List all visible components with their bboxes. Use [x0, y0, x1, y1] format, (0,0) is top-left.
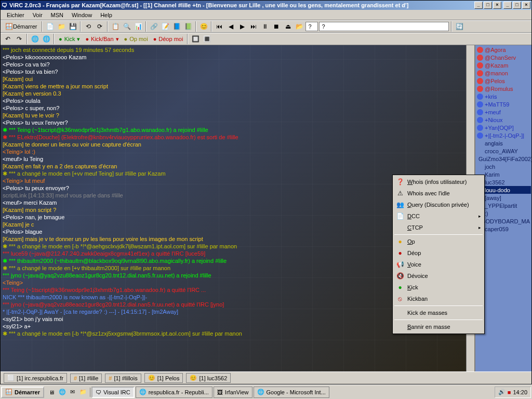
separator [107, 21, 108, 32]
maximize-button[interactable]: □ [484, 2, 492, 9]
tool-icon[interactable]: 💾 [68, 21, 78, 32]
user-row[interactable]: joch [476, 163, 531, 170]
search-input-2[interactable] [319, 22, 449, 31]
user-row[interactable]: @Kazam [476, 61, 531, 69]
deopmoi-button[interactable]: Déop moi [151, 36, 185, 42]
folder-icon[interactable]: 📂 [294, 21, 304, 32]
tool-icon[interactable]: 📋 [110, 21, 121, 32]
task-button[interactable]: 🖼 IrfanView [214, 387, 252, 398]
tray-icon[interactable]: 🔊 [498, 389, 506, 395]
media-next-icon[interactable]: ⏭ [248, 21, 259, 32]
menu-help[interactable]: Help [96, 11, 116, 19]
menu-window[interactable]: Window [68, 11, 96, 19]
chat-line: [Kazam] en fait y en a 2 des captures d'… [3, 163, 464, 170]
status-tab[interactable]: ⬜[1] irc.respublica.fr [4, 373, 67, 383]
globe-icon[interactable]: 🌐 [30, 34, 40, 44]
user-row[interactable]: @ChanServ [476, 54, 531, 61]
titlebar: 🗨 ViRC 2.0rc3 - Français par Kazam[Kazam… [1, 1, 531, 10]
media-play-icon[interactable]: ▶ [237, 21, 247, 32]
tool-icon[interactable]: 🔍 [122, 21, 132, 32]
child-minimize-button[interactable]: _ [503, 2, 512, 9]
task-button[interactable]: 🌐 respublica.fr - Republi... [136, 387, 212, 398]
user-row[interactable]: @Agora [476, 46, 531, 54]
user-row[interactable]: anglais [476, 139, 531, 147]
start-button[interactable]: 🪟 Démarrer [1, 387, 44, 398]
smiley-icon: 😊 [190, 375, 197, 381]
historyback-icon[interactable]: ↶ [3, 34, 13, 44]
kick-button[interactable]: Kick ▾ [57, 36, 82, 43]
tool-icon[interactable]: 📄 [45, 21, 55, 32]
status-tab[interactable]: #[1] #lille [70, 374, 102, 383]
menu-view[interactable]: Voir [29, 11, 47, 19]
status-tab[interactable]: #[1] #lillois [105, 374, 141, 383]
tray-icon[interactable]: ■ [508, 389, 511, 395]
media-eject-icon[interactable]: ⏏ [283, 21, 293, 32]
user-row[interactable]: @manon [476, 69, 531, 77]
media-back-icon[interactable]: ◀ [225, 21, 236, 32]
extra-icon[interactable]: 🔳 [202, 34, 212, 44]
tool-icon[interactable]: ⟲ [83, 21, 94, 32]
user-row[interactable]: +meuf [476, 108, 531, 116]
ctx-kickmass[interactable]: Kick de masses [394, 307, 483, 318]
status-tab[interactable]: 😊[1] luc3562 [186, 373, 231, 383]
user-row[interactable]: croco_AWAY [476, 147, 531, 155]
media-prev-icon[interactable]: ⏮ [214, 21, 224, 32]
ctx-kickban[interactable]: ⦸Kickban [394, 293, 483, 304]
ctx-banmass[interactable]: Bannir en masse [394, 321, 483, 332]
chat-line: <Teing> lol :) [3, 148, 464, 155]
refresh-icon[interactable]: 🔄 [454, 21, 464, 32]
tool-icon[interactable]: 📘 [171, 21, 182, 32]
close-button[interactable]: × [493, 2, 501, 9]
server-icon: ⬜ [7, 375, 15, 381]
channel-icon: # [74, 375, 77, 381]
demarrer-button[interactable]: 🪟 Démarrer [3, 21, 39, 32]
ctx-op[interactable]: ●Op [394, 236, 483, 247]
user-row[interactable]: @Pelos [476, 77, 531, 85]
menu-file[interactable]: Eichier [3, 11, 29, 19]
menu-separator [394, 234, 483, 235]
ctx-kick[interactable]: ●Kick [394, 282, 483, 293]
ctx-query[interactable]: 👥Query (Discution privée) [394, 199, 483, 210]
ql-icon[interactable]: 📁 [78, 388, 88, 397]
minimize-button[interactable]: _ [474, 2, 483, 9]
ctx-devoice[interactable]: 🔇Dévoice [394, 270, 483, 282]
user-row[interactable]: @Romulus [476, 85, 531, 92]
opmoi-button[interactable]: Op moi [122, 36, 150, 42]
media-stop-icon[interactable]: ⏹ [271, 21, 282, 32]
tool-icon[interactable]: 📁 [56, 21, 66, 32]
ctx-whois-idle[interactable]: ⚠Whois avec l'idle [394, 188, 483, 199]
ctx-voice[interactable]: 📢Voice [394, 259, 483, 270]
child-maximize-button[interactable]: □ [513, 2, 521, 9]
user-row[interactable]: +MaTT59 [476, 100, 531, 108]
tool-icon[interactable]: 📗 [183, 21, 193, 32]
child-close-button[interactable]: × [522, 2, 530, 9]
tool-icon[interactable]: ⟳ [95, 21, 105, 32]
media-pause-icon[interactable]: ⏸ [260, 21, 270, 32]
tool-icon[interactable]: 📊 [133, 21, 143, 32]
task-button[interactable]: 🗨 Visual IRC [91, 387, 135, 398]
status-tab[interactable]: 😊[1] Pelos [144, 373, 183, 383]
tool-icon[interactable]: 🔗 [149, 21, 159, 32]
ql-icon[interactable]: 🖥 [47, 388, 57, 397]
kickban-button[interactable]: Kick/Ban ▾ [83, 36, 121, 43]
ctx-dcc[interactable]: 📄DCC▸ [394, 210, 483, 222]
ql-icon[interactable]: 🌐 [58, 388, 67, 397]
smiley-icon[interactable]: 😊 [198, 21, 209, 32]
user-row[interactable]: +|[-tm2-|-OqP-]| [476, 131, 531, 139]
user-row[interactable]: GuiZmo34[FiFa2002] [476, 155, 531, 163]
ql-icon[interactable]: ✉ [68, 388, 77, 397]
tool-icon[interactable]: 📝 [160, 21, 170, 32]
people-icon: 👥 [396, 201, 404, 209]
user-row[interactable]: +kris [476, 92, 531, 100]
user-row[interactable]: +Nioux [476, 116, 531, 124]
user-row[interactable]: +Yan[OQP] [476, 124, 531, 131]
extra-icon[interactable]: 🔲 [190, 34, 201, 44]
task-button[interactable]: 🌐 Google - Microsoft Int... [254, 387, 329, 398]
menu-msn[interactable]: MSN [47, 11, 68, 19]
ctx-ctcp[interactable]: CTCP▸ [394, 222, 483, 233]
ctx-whois[interactable]: ❓Whois (infos utilisateur) [394, 176, 483, 188]
search-input-1[interactable] [305, 22, 318, 31]
historyfwd-icon[interactable]: ↷ [14, 34, 24, 44]
globe-stop-icon[interactable]: 🌐 [41, 34, 51, 44]
ctx-deop[interactable]: ●Déop [394, 247, 483, 259]
